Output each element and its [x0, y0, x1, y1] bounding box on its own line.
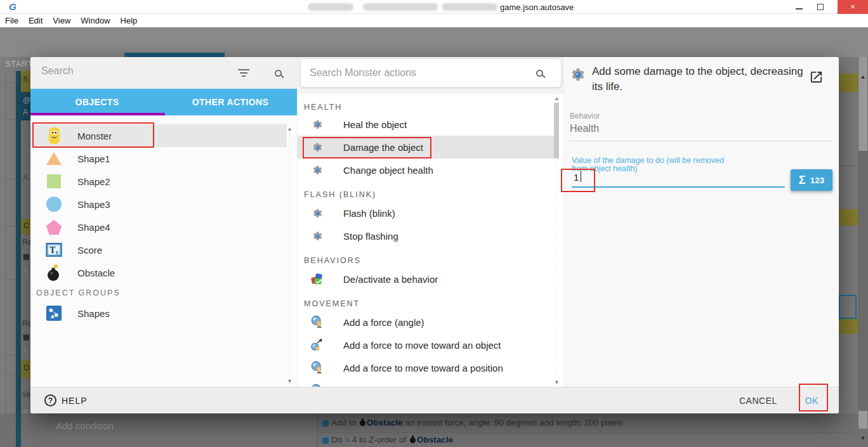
- object-item-obstacle[interactable]: Obstacle: [30, 261, 287, 284]
- pentagon-icon: [44, 217, 63, 236]
- menu-help[interactable]: Help: [121, 16, 138, 25]
- menu-window[interactable]: Window: [81, 16, 110, 25]
- event-condition-fragment: [839, 319, 858, 334]
- event-condition-fragment: S: [21, 71, 30, 92]
- scroll-up-icon[interactable]: ▲: [554, 95, 560, 101]
- action-item-deactivate-behavior[interactable]: De/activate a behavior: [298, 268, 554, 290]
- close-button[interactable]: ×: [838, 0, 868, 14]
- scene-tab-label[interactable]: START: [5, 59, 33, 68]
- z-order-icon: [321, 436, 329, 444]
- scrollbar-thumb[interactable]: [858, 57, 867, 151]
- scroll-up-icon[interactable]: ▲: [287, 126, 293, 132]
- action-item-change-health[interactable]: Change object health: [298, 159, 554, 181]
- active-tab-indicator: [30, 113, 165, 115]
- action-parameters-panel: Add some damage to the object, decreasin…: [563, 57, 839, 387]
- action-row[interactable]: Do = 4 to Z-order of Obstacle: [321, 435, 453, 444]
- action-item-force-toward-position[interactable]: Add a force to move toward a position: [298, 356, 554, 379]
- gear-icon: [310, 117, 324, 131]
- app-window: { "window": { "title": "game.json.autosa…: [0, 0, 868, 447]
- restore-button[interactable]: [817, 4, 824, 10]
- action-row[interactable]: Add to Obstacle an instant force, angle:…: [321, 418, 623, 427]
- action-item-force-partial[interactable]: Add a force: [298, 379, 554, 387]
- bomb-icon: [410, 437, 416, 443]
- event-condition-fragment: [839, 74, 858, 92]
- cancel-button[interactable]: CANCEL: [739, 396, 777, 406]
- search-icon: [536, 70, 543, 77]
- object-search-bar: [30, 57, 297, 89]
- behavior-field-value[interactable]: Health: [570, 123, 599, 134]
- gear-icon: [310, 163, 324, 177]
- menu-edit[interactable]: Edit: [29, 16, 43, 25]
- annotation-damage-action: [303, 137, 431, 159]
- object-group-icon: [44, 304, 63, 323]
- events-sheet-bottom-fragment: Add condition Add to Obstacle an instant…: [0, 413, 868, 447]
- scroll-down-icon[interactable]: ▼: [554, 379, 560, 385]
- gear-icon: [310, 229, 324, 243]
- event-condition-fragment: O: [21, 360, 30, 378]
- param-label-line1: Value of the damage to do (will be remov…: [572, 156, 724, 165]
- group-item-shapes[interactable]: Shapes: [30, 302, 287, 325]
- scrollbar-thumb[interactable]: [554, 103, 559, 159]
- force-icon: [310, 361, 324, 375]
- redacted-title-segment: [363, 3, 438, 11]
- force-icon: [321, 419, 329, 427]
- force-toward-object-icon: [310, 338, 324, 352]
- action-editor-dialog: OBJECTS OTHER ACTIONS Monster Shape1 Sha…: [30, 57, 839, 413]
- action-item-stop-flashing[interactable]: Stop flashing: [298, 224, 554, 247]
- events-sheet-right-fragment: [839, 57, 858, 413]
- object-search-input[interactable]: [41, 65, 232, 77]
- window-title: game.json.autosave: [500, 3, 574, 12]
- events-sheet-left-fragment: START S @ A A C Re A Re A O @ se A: [0, 57, 30, 447]
- tab-other-actions[interactable]: OTHER ACTIONS: [164, 89, 297, 115]
- dialog-footer: ? HELP CANCEL OK: [30, 387, 839, 413]
- object-item-shape3[interactable]: Shape3: [30, 193, 287, 216]
- redacted-title-segment: [442, 3, 497, 11]
- circle-icon: [44, 195, 63, 214]
- behavior-field-label: Behavior: [570, 112, 600, 120]
- add-condition-placeholder[interactable]: Add condition: [56, 420, 114, 431]
- gdevelop-logo-icon: G: [9, 1, 16, 12]
- menu-file[interactable]: File: [5, 16, 18, 25]
- scroll-down-icon[interactable]: ▼: [859, 435, 867, 441]
- annotation-ok-button: [799, 384, 828, 411]
- object-item-score[interactable]: Tx Score: [30, 238, 287, 261]
- open-in-new-icon[interactable]: [809, 70, 824, 84]
- action-item-force-toward-object[interactable]: Add a force to move toward an object: [298, 334, 554, 356]
- event-condition-fragment: C: [21, 219, 30, 234]
- search-icon: [275, 70, 282, 77]
- section-header-flash: FLASH (BLINK): [304, 190, 376, 199]
- object-item-shape2[interactable]: Shape2: [30, 170, 287, 193]
- help-icon[interactable]: ?: [44, 394, 56, 406]
- section-header-behaviors: BEHAVIORS: [304, 256, 361, 265]
- square-icon: [44, 172, 63, 191]
- object-item-shape1[interactable]: Shape1: [30, 147, 287, 170]
- behavior-field-underline: [570, 141, 831, 141]
- gear-icon: [570, 67, 586, 82]
- svg-text:x: x: [56, 249, 59, 256]
- scrollbar-track[interactable]: [289, 134, 290, 377]
- action-item-heal[interactable]: Heal the object: [298, 113, 554, 136]
- sigma-icon: Σ: [799, 174, 806, 187]
- menu-view[interactable]: View: [53, 16, 70, 25]
- action-item-flash[interactable]: Flash (blink): [298, 202, 554, 224]
- action-search-bar: [300, 58, 562, 87]
- annotation-monster: [32, 122, 154, 148]
- scrollbar-thumb[interactable]: [858, 411, 867, 429]
- minimize-button[interactable]: [796, 8, 803, 10]
- expression-editor-button[interactable]: Σ 123: [791, 169, 832, 191]
- behavior-icon: [310, 272, 324, 286]
- scene-tab-indicator[interactable]: [124, 53, 225, 57]
- section-header-movement: MOVEMENT: [304, 299, 360, 308]
- scrollbar-track[interactable]: [556, 161, 557, 377]
- bomb-icon: [44, 263, 63, 282]
- action-search-input[interactable]: [310, 67, 536, 79]
- scroll-up-icon[interactable]: ▲: [859, 74, 867, 80]
- building-icon: [23, 254, 29, 260]
- row-divider: [317, 432, 853, 433]
- action-item-force-angle[interactable]: Add a force (angle): [298, 311, 554, 334]
- tab-objects[interactable]: OBJECTS: [30, 89, 164, 115]
- bomb-icon: [360, 420, 365, 426]
- object-item-shape4[interactable]: Shape4: [30, 216, 287, 238]
- help-button[interactable]: HELP: [62, 396, 88, 406]
- scroll-down-icon[interactable]: ▼: [287, 378, 293, 384]
